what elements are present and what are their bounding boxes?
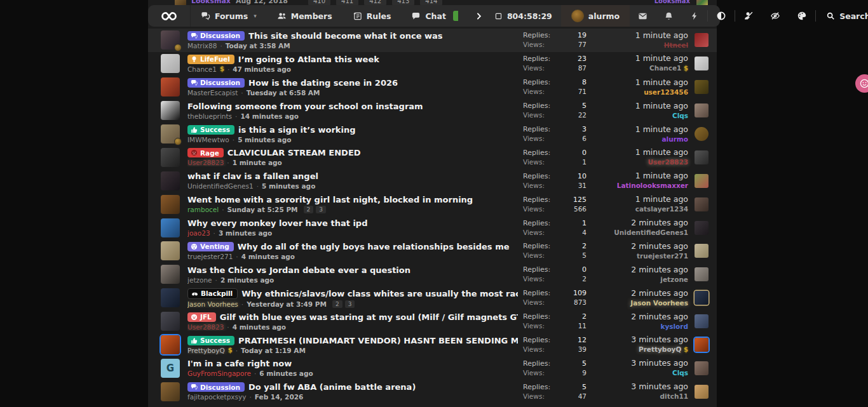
thread-date[interactable]: 4 minutes ago — [233, 323, 286, 331]
user-slash-button[interactable] — [735, 5, 762, 27]
thread-date[interactable]: 3 minutes ago — [219, 229, 272, 237]
nav-item-forums[interactable]: Forums▾ — [191, 5, 267, 27]
last-poster-avatar[interactable] — [695, 103, 709, 117]
page-chip[interactable]: 3 — [345, 300, 355, 308]
thread-date[interactable]: Sunday at 5:25 PM — [227, 206, 298, 213]
username-link[interactable]: kyslord — [660, 323, 688, 330]
last-post-time[interactable]: 1 minute ago — [593, 125, 688, 134]
last-post-time[interactable]: 1 minute ago — [593, 195, 688, 204]
thread-author-avatar[interactable] — [161, 241, 180, 260]
thread-author-avatar[interactable] — [161, 218, 180, 237]
thread-date[interactable]: 47 minutes ago — [233, 65, 291, 73]
username-link[interactable]: Jason Voorhees — [187, 300, 238, 308]
thread-title[interactable]: This site should become what it once was — [248, 31, 442, 41]
thread-author-avatar[interactable] — [161, 288, 180, 307]
thread-date[interactable]: 5 minutes ago — [262, 182, 315, 190]
page-chip[interactable]: 3 — [316, 206, 326, 213]
nav-item-chat[interactable]: Chat — [401, 5, 468, 27]
thread-author-avatar[interactable] — [161, 77, 180, 97]
thread-author-avatar[interactable] — [161, 265, 180, 284]
username-link[interactable]: Clqs — [672, 112, 688, 119]
thread-title[interactable]: Do yall fw ABA (anime battle arena) — [248, 382, 416, 392]
thread-title[interactable]: what if clav is a fallen angel — [187, 171, 318, 181]
username-link[interactable]: alurmo — [662, 135, 689, 143]
username-link[interactable]: rambocel — [187, 206, 219, 213]
thread-author-avatar[interactable] — [161, 124, 180, 143]
username-link[interactable]: UnidentifiedGenes1 — [187, 182, 254, 190]
bell-button[interactable] — [656, 5, 682, 27]
page-chip[interactable]: 2 — [304, 206, 314, 213]
thread-author-avatar[interactable] — [161, 101, 180, 120]
username-link[interactable]: GuyFromSingapore — [187, 370, 251, 377]
last-poster-avatar[interactable] — [695, 150, 709, 164]
last-post-time[interactable]: 2 minutes ago — [593, 242, 688, 251]
username-link[interactable]: truejester271 — [637, 252, 688, 260]
thread-date[interactable]: 1 minute ago — [233, 159, 282, 166]
thread-title[interactable]: Why do all of the ugly boys have relatio… — [238, 242, 510, 251]
last-post-time[interactable]: 2 minutes ago — [593, 289, 688, 298]
last-post-time[interactable]: 3 minutes ago — [593, 335, 688, 344]
username-link[interactable]: fajitapocketpxsyy — [187, 393, 246, 401]
thread-date[interactable]: 14 minutes ago — [240, 112, 299, 120]
username-link[interactable]: IMWMewtwo — [187, 136, 229, 143]
username-link[interactable]: Latinolooksmaxxer — [617, 182, 688, 189]
thread-author-avatar[interactable]: G — [161, 359, 180, 378]
last-post-time[interactable]: 3 minutes ago — [593, 382, 688, 391]
thread-title[interactable]: I'm in a cafe right now — [187, 359, 292, 368]
user-menu[interactable]: alurmo — [561, 5, 630, 27]
thread-badge-success[interactable]: Success — [187, 336, 234, 345]
last-post-time[interactable]: 1 minute ago — [593, 78, 688, 87]
last-post-time[interactable]: 1 minute ago — [593, 171, 688, 180]
username-link[interactable]: truejester271 — [187, 253, 233, 260]
username-link[interactable]: jetzone — [660, 276, 688, 283]
search-button[interactable]: Search — [816, 5, 868, 27]
thread-badge-lifefuel[interactable]: LifeFuel — [187, 55, 234, 64]
feedback-floating-button[interactable] — [855, 74, 868, 93]
peek-author[interactable]: Looksmax — [191, 0, 231, 5]
thread-title[interactable]: Why every monkey lover have that ipd — [187, 218, 367, 228]
thread-author-avatar[interactable] — [161, 54, 180, 73]
last-post-time[interactable]: 1 minute ago — [593, 31, 688, 40]
last-poster-avatar[interactable] — [695, 338, 709, 352]
site-logo[interactable] — [148, 5, 191, 27]
thread-title[interactable]: Went home with a sorority girl last nigh… — [187, 195, 473, 204]
username-link[interactable]: Htncel — [664, 41, 688, 49]
username-link[interactable]: ditch11 — [660, 392, 688, 400]
last-poster-avatar[interactable] — [695, 267, 709, 281]
last-poster-avatar[interactable] — [695, 174, 709, 188]
username-link[interactable]: Chance1 — [649, 64, 681, 72]
thread-badge-discussion[interactable]: Discussion — [187, 31, 245, 41]
thread-date[interactable]: Today at 1:19 AM — [241, 347, 306, 354]
last-poster-avatar[interactable] — [695, 221, 709, 235]
username-link[interactable]: PrettyboyQ — [187, 347, 225, 354]
thread-author-avatar[interactable] — [161, 195, 180, 214]
username-link[interactable]: theblueprints — [187, 112, 232, 120]
username-link[interactable]: UnidentifiedGenes1 — [614, 229, 688, 236]
thread-date[interactable]: 5 minutes ago — [238, 136, 291, 143]
palette-button[interactable] — [789, 5, 815, 27]
last-post-time[interactable]: 1 minute ago — [593, 148, 688, 157]
thread-title[interactable]: Was the Chico vs Jordan debate ever a qu… — [187, 265, 410, 275]
thread-date[interactable]: 6 minutes ago — [259, 370, 313, 377]
thread-author-avatar[interactable] — [161, 382, 180, 401]
thread-author-avatar[interactable] — [161, 312, 180, 331]
last-post-time[interactable]: 2 minutes ago — [593, 218, 688, 227]
contrast-button[interactable] — [708, 5, 735, 27]
thread-author-avatar[interactable] — [161, 30, 180, 50]
username-link[interactable]: PrettyboyQ — [639, 345, 681, 353]
username-link[interactable]: Jason Voorhees — [630, 299, 688, 307]
username-link[interactable]: User28823 — [648, 158, 688, 166]
mail-button[interactable] — [630, 5, 656, 27]
thread-badge-discussion[interactable]: Discussion — [187, 78, 245, 88]
thread-date[interactable]: 4 minutes ago — [241, 253, 295, 260]
nav-item-rules[interactable]: Rules — [342, 5, 402, 27]
thread-badge-discussion[interactable]: Discussion — [187, 382, 245, 392]
thread-badge-blackpill[interactable]: Blackpill — [187, 288, 238, 299]
thread-badge-rage[interactable]: Rage — [187, 148, 224, 157]
username-link[interactable]: user123456 — [644, 88, 688, 96]
eye-slash-button[interactable] — [762, 5, 789, 27]
last-poster-avatar[interactable] — [695, 314, 709, 328]
username-link[interactable]: MasterEscapist — [187, 89, 238, 97]
thread-date[interactable]: Today at 3:58 AM — [226, 42, 290, 50]
username-link[interactable]: User28823 — [187, 159, 224, 166]
